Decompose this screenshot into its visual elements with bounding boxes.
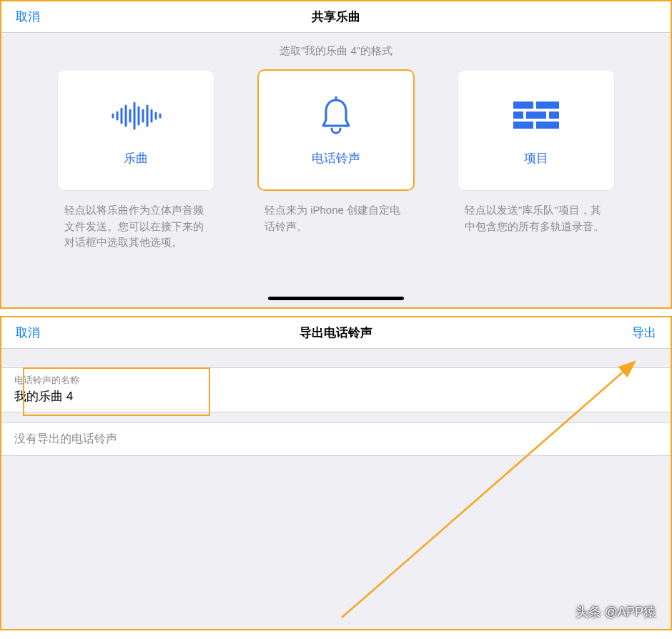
- svg-rect-19: [536, 122, 559, 129]
- svg-rect-17: [549, 112, 559, 119]
- svg-rect-15: [513, 112, 523, 119]
- navbar: 取消 共享乐曲: [1, 1, 671, 33]
- format-subtitle: 选取"我的乐曲 4"的格式: [1, 33, 671, 64]
- format-card-song[interactable]: 乐曲: [57, 69, 214, 191]
- format-card-ringtone[interactable]: 电话铃声: [257, 69, 415, 191]
- cancel-button[interactable]: 取消: [16, 325, 102, 341]
- bricks-icon: [510, 94, 562, 137]
- field-label: 电话铃声的名称: [14, 374, 658, 387]
- panel-title: 共享乐曲: [102, 9, 570, 25]
- card-label-song: 乐曲: [124, 150, 148, 167]
- card-column-project: 项目 轻点以发送"库乐队"项目，其中包含您的所有多轨道录音。: [458, 69, 615, 251]
- panel-title: 导出电话铃声: [102, 325, 570, 341]
- share-song-panel: 取消 共享乐曲 选取"我的乐曲 4"的格式: [0, 0, 672, 309]
- format-cards: 乐曲 轻点以将乐曲作为立体声音频文件发送。您可以在接下来的对话框中选取其他选项。…: [1, 64, 671, 251]
- svg-rect-18: [513, 122, 533, 129]
- card-desc-song: 轻点以将乐曲作为立体声音频文件发送。您可以在接下来的对话框中选取其他选项。: [64, 202, 207, 251]
- cancel-button[interactable]: 取消: [16, 9, 102, 25]
- ringtone-name-field[interactable]: 电话铃声的名称 我的乐曲 4: [1, 367, 671, 412]
- home-indicator: [268, 297, 404, 300]
- export-ringtone-panel: 取消 导出电话铃声 导出 电话铃声的名称 我的乐曲 4 没有导出的电话铃声 头条…: [0, 316, 672, 630]
- svg-rect-13: [513, 101, 533, 109]
- card-label-project: 项目: [524, 150, 548, 167]
- svg-rect-14: [536, 101, 559, 109]
- waveform-icon: [110, 94, 162, 137]
- card-desc-project: 轻点以发送"库乐队"项目，其中包含您的所有多轨道录音。: [465, 202, 608, 234]
- bell-icon: [310, 94, 362, 137]
- export-button[interactable]: 导出: [570, 325, 656, 341]
- watermark: 头条 @APP猿: [575, 603, 656, 620]
- card-column-ringtone: 电话铃声 轻点来为 iPhone 创建自定电话铃声。: [257, 69, 415, 251]
- field-value: 我的乐曲 4: [14, 388, 658, 405]
- card-desc-ringtone: 轻点来为 iPhone 创建自定电话铃声。: [265, 202, 407, 234]
- form-area: 电话铃声的名称 我的乐曲 4 没有导出的电话铃声: [1, 367, 671, 456]
- card-label-ringtone: 电话铃声: [312, 150, 360, 167]
- format-card-project[interactable]: 项目: [458, 69, 615, 191]
- svg-rect-16: [526, 112, 546, 119]
- empty-hint: 没有导出的电话铃声: [1, 422, 671, 456]
- navbar: 取消 导出电话铃声 导出: [1, 317, 671, 349]
- card-column-song: 乐曲 轻点以将乐曲作为立体声音频文件发送。您可以在接下来的对话框中选取其他选项。: [57, 69, 214, 251]
